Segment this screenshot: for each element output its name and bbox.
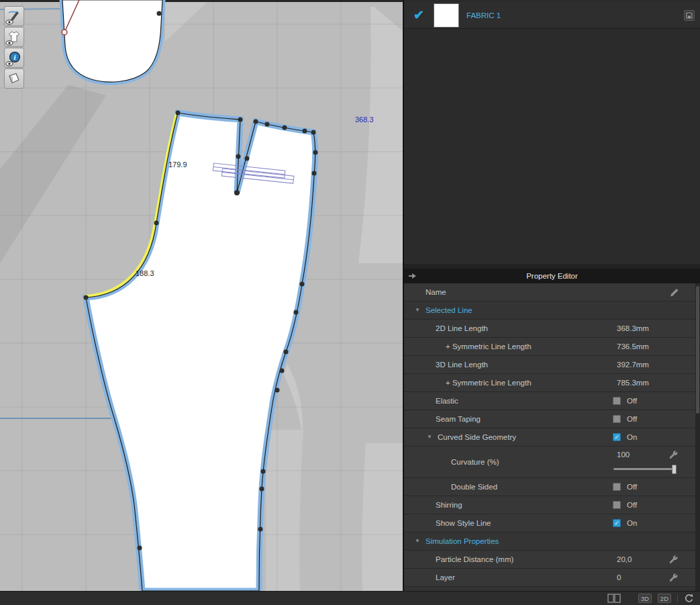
property-row-particle-distance: Particle Distance (mm) 20,0 <box>404 551 695 569</box>
checkbox-state-label: Off <box>627 415 637 423</box>
property-label: Curved Side Geometry <box>404 433 516 441</box>
property-label: Show Style Line <box>404 519 491 527</box>
eye-icon <box>5 61 13 66</box>
show-style-line-checkbox[interactable]: ✓ <box>613 519 621 527</box>
property-row-seam-taping: Seam Taping Off <box>404 410 695 428</box>
property-row-curvature: Curvature (%) 100 <box>404 447 695 478</box>
fabric-list-panel: ✔ FABRIC 1 <box>404 0 700 269</box>
app-window: 368.3 179.9 188.3 <box>0 0 700 605</box>
show-pattern-button[interactable] <box>4 68 24 89</box>
property-row-3d-line-length: 3D Line Length 392.7mm <box>404 356 695 374</box>
curved-side-geometry-checkbox[interactable]: ✓ <box>613 433 621 441</box>
elastic-checkbox[interactable] <box>613 397 621 405</box>
pattern-scene <box>0 0 403 591</box>
property-row-elastic: Elastic Off <box>404 392 695 410</box>
property-value: 392.7mm <box>617 361 649 369</box>
property-editor-header: Property Editor <box>404 269 700 283</box>
property-label: Particle Distance (mm) <box>404 555 513 563</box>
section-selected-line[interactable]: ▼ Selected Line <box>404 301 695 320</box>
property-row-show-style-line: Show Style Line ✓ On <box>404 514 695 532</box>
property-label: 3D Line Length <box>404 361 488 369</box>
fabric-swatch[interactable] <box>434 3 459 28</box>
curvature-slider-track[interactable] <box>613 468 674 470</box>
wrench-icon[interactable] <box>668 573 679 586</box>
statusbar-divider <box>677 594 678 602</box>
show-clothes-button[interactable] <box>4 27 24 47</box>
property-row-name: Name <box>404 283 695 301</box>
shirring-checkbox[interactable] <box>613 501 621 509</box>
split-view-button[interactable] <box>607 594 621 603</box>
undock-arrow-icon[interactable] <box>408 273 417 281</box>
name-label: Name <box>404 288 446 296</box>
property-label: Elastic <box>404 397 458 405</box>
fabric-name-label: FABRIC 1 <box>466 11 684 19</box>
checkbox-state-label: Off <box>627 483 637 491</box>
refresh-button[interactable] <box>684 594 693 603</box>
fabric-list-item[interactable]: ✔ FABRIC 1 <box>404 2 700 29</box>
right-panel: ✔ FABRIC 1 Property Editor Name <box>403 0 700 591</box>
property-editor-title: Property Editor <box>526 272 578 280</box>
property-row-double-sided: Double Sided Off <box>404 478 695 496</box>
property-editor-scrollbar[interactable] <box>695 283 700 591</box>
property-editor-panel: Property Editor Name ▼ Selected Line 2D … <box>404 269 700 591</box>
property-label: + Symmetric Line Length <box>404 379 532 387</box>
edit-name-pencil-icon[interactable] <box>669 287 679 300</box>
checkbox-state-label: On <box>627 433 637 441</box>
layer-field[interactable]: 0 <box>617 573 621 581</box>
collapse-triangle-icon: ▼ <box>415 539 420 544</box>
property-label: Seam Taping <box>404 415 481 423</box>
property-editor-body: Name ▼ Selected Line 2D Line Length 368.… <box>404 283 695 591</box>
show-stitch-button[interactable] <box>4 6 24 26</box>
property-label: Layer <box>404 573 455 581</box>
checkbox-state-label: On <box>627 519 637 527</box>
fabric-sheet-icon <box>7 71 21 86</box>
eye-icon <box>5 19 13 25</box>
curvature-slider-handle[interactable] <box>672 465 677 474</box>
split-view-icon <box>607 594 621 603</box>
red-anchor-point[interactable] <box>62 30 67 35</box>
property-row-2d-symmetric-length: + Symmetric Line Length 736.5mm <box>404 338 695 356</box>
fabric-save-icon[interactable] <box>684 10 695 21</box>
scrollbar-thumb[interactable] <box>696 286 699 414</box>
fabric-selected-check-icon: ✔ <box>413 7 434 23</box>
property-label: Curvature (%) <box>404 458 499 466</box>
wrench-icon[interactable] <box>668 555 679 568</box>
property-label: + Symmetric Line Length <box>404 342 532 351</box>
property-value: 736.5mm <box>617 342 649 351</box>
checkbox-state-label: Off <box>627 501 637 509</box>
property-value: 368.3mm <box>617 324 649 332</box>
2d-view-toolbar: i <box>4 6 24 89</box>
property-row-3d-symmetric-length: + Symmetric Line Length 785.3mm <box>404 374 695 392</box>
collapse-triangle-icon: ▼ <box>427 434 432 440</box>
property-row-shirring: Shirring Off <box>404 496 695 514</box>
checkbox-state-label: Off <box>627 397 637 405</box>
2d-pattern-canvas[interactable]: 368.3 179.9 188.3 <box>0 0 403 591</box>
refresh-icon <box>684 594 693 603</box>
wrench-icon[interactable] <box>668 450 679 463</box>
pattern-piece-upper[interactable] <box>62 0 162 82</box>
section-simulation-properties[interactable]: ▼ Simulation Properties <box>404 532 695 551</box>
show-information-button[interactable]: i <box>4 48 24 68</box>
view-2d-button[interactable]: 2D <box>658 594 671 603</box>
property-row-layer: Layer 0 <box>404 569 695 587</box>
property-label: Double Sided <box>404 483 497 491</box>
property-value: 785.3mm <box>617 379 649 387</box>
particle-distance-field[interactable]: 20,0 <box>617 555 632 563</box>
curvature-value-field[interactable]: 100 <box>617 451 630 459</box>
property-row-2d-line-length: 2D Line Length 368.3mm <box>404 320 695 338</box>
double-sided-checkbox[interactable] <box>613 483 621 491</box>
status-bar: 3D 2D <box>0 591 700 605</box>
seam-taping-checkbox[interactable] <box>613 415 621 423</box>
property-row-curved-side-geometry[interactable]: ▼ Curved Side Geometry ✓ On <box>404 428 695 447</box>
property-label: Shirring <box>404 501 462 509</box>
property-label: 2D Line Length <box>404 324 488 332</box>
collapse-triangle-icon: ▼ <box>415 308 420 313</box>
eye-icon <box>5 40 13 46</box>
view-3d-button[interactable]: 3D <box>638 594 652 603</box>
